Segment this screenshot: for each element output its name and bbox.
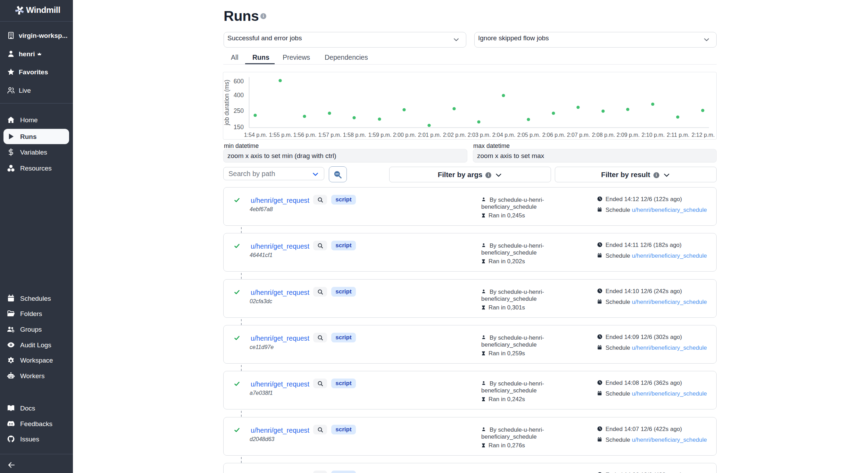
svg-text:600: 600 <box>234 78 244 85</box>
svg-text:1:55 p.m.: 1:55 p.m. <box>269 132 292 138</box>
svg-text:2:10 p.m.: 2:10 p.m. <box>642 132 665 138</box>
svg-text:1:56 p.m.: 1:56 p.m. <box>293 132 317 138</box>
svg-text:400: 400 <box>234 92 244 99</box>
svg-text:1:59 p.m.: 1:59 p.m. <box>368 132 392 138</box>
svg-text:2:11 p.m.: 2:11 p.m. <box>667 132 690 138</box>
svg-text:2:12 p.m.: 2:12 p.m. <box>692 132 715 138</box>
svg-text:2:00 p.m.: 2:00 p.m. <box>393 132 416 138</box>
svg-text:250: 250 <box>234 107 244 114</box>
svg-text:1:57 p.m.: 1:57 p.m. <box>318 132 342 138</box>
svg-text:2:05 p.m.: 2:05 p.m. <box>517 132 541 138</box>
svg-text:2:03 p.m.: 2:03 p.m. <box>468 132 491 138</box>
svg-text:2:07 p.m.: 2:07 p.m. <box>567 132 590 138</box>
svg-text:2:01 p.m.: 2:01 p.m. <box>418 132 441 138</box>
svg-text:2:02 p.m.: 2:02 p.m. <box>443 132 466 138</box>
svg-text:2:04 p.m.: 2:04 p.m. <box>492 132 516 138</box>
svg-text:2:06 p.m.: 2:06 p.m. <box>542 132 566 138</box>
svg-text:1:54 p.m.: 1:54 p.m. <box>244 132 267 138</box>
svg-text:150: 150 <box>234 124 244 131</box>
svg-text:job duration (ms): job duration (ms) <box>223 80 230 125</box>
svg-text:2:09 p.m.: 2:09 p.m. <box>617 132 640 138</box>
svg-text:1:58 p.m.: 1:58 p.m. <box>343 132 366 138</box>
svg-text:2:08 p.m.: 2:08 p.m. <box>592 132 615 138</box>
